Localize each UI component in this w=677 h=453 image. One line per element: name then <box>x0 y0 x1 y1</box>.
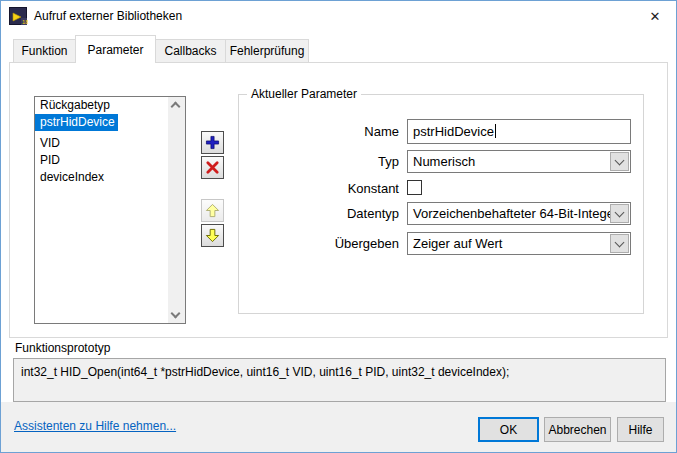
list-item-vid[interactable]: VID <box>35 135 167 152</box>
scroll-up-icon[interactable] <box>171 102 181 112</box>
uebergeben-dropdown[interactable]: Zeiger auf Wert <box>407 232 631 255</box>
name-label: Name <box>239 124 399 139</box>
scroll-down-icon[interactable] <box>171 309 181 319</box>
call-library-dialog: 18 Aufruf externer Bibliotheken ✕ Funkti… <box>0 0 677 453</box>
chevron-down-icon[interactable] <box>610 204 629 223</box>
assistant-help-link[interactable]: Assistenten zu Hilfe nehmen... <box>14 419 176 433</box>
list-scrollbar[interactable] <box>168 97 185 323</box>
funktionsprototyp-label: Funktionsprototyp <box>15 341 110 355</box>
svg-text:18: 18 <box>22 19 28 25</box>
list-item-pid[interactable]: PID <box>35 152 167 169</box>
tab-callbacks[interactable]: Callbacks <box>155 39 226 63</box>
yellow-up-arrow-icon <box>205 203 220 218</box>
help-button[interactable]: Hilfe <box>617 417 664 442</box>
tab-funktion[interactable]: Funktion <box>13 39 76 63</box>
list-item-rueckgabetyp[interactable]: Rückgabetyp <box>35 97 167 114</box>
name-input[interactable]: pstrHidDevice <box>407 119 631 144</box>
move-down-button[interactable] <box>201 224 224 247</box>
konstant-label: Konstant <box>239 181 399 196</box>
text-caret <box>495 124 496 138</box>
typ-dropdown[interactable]: Numerisch <box>407 150 631 173</box>
yellow-down-arrow-icon <box>205 228 220 243</box>
funktionsprototyp-box: int32_t HID_Open(int64_t *pstrHidDevice,… <box>13 358 666 402</box>
labview-app-icon: 18 <box>9 7 27 25</box>
tab-parameter[interactable]: Parameter <box>75 35 156 63</box>
plus-icon <box>205 135 220 150</box>
uebergeben-label: Übergeben <box>239 236 399 251</box>
chevron-down-icon[interactable] <box>610 234 629 253</box>
ok-button[interactable]: OK <box>478 417 539 442</box>
chevron-down-icon[interactable] <box>610 152 629 171</box>
datentyp-label: Datentyp <box>239 206 399 221</box>
tab-fehlerpruefung[interactable]: Fehlerprüfung <box>225 39 309 63</box>
remove-parameter-button[interactable] <box>201 156 224 179</box>
konstant-checkbox[interactable] <box>407 180 422 195</box>
move-up-button <box>201 199 224 222</box>
footer: Assistenten zu Hilfe nehmen... OK Abbrec… <box>1 402 676 452</box>
groupbox-title: Aktueller Parameter <box>247 87 361 101</box>
list-item-pstrhiddevice-selected[interactable]: pstrHidDevice <box>35 114 118 131</box>
parameter-listbox[interactable]: Rückgabetyp pstrHidDevice VID PID device… <box>34 96 186 324</box>
titlebar: 18 Aufruf externer Bibliotheken ✕ <box>1 1 676 31</box>
add-parameter-button[interactable] <box>201 131 224 154</box>
datentyp-dropdown[interactable]: Vorzeichenbehafteter 64-Bit-Integer <box>407 202 631 225</box>
window-title: Aufruf externer Bibliotheken <box>34 9 182 23</box>
list-item-deviceindex[interactable]: deviceIndex <box>35 169 167 186</box>
typ-label: Typ <box>239 154 399 169</box>
aktueller-parameter-group: Aktueller Parameter Name pstrHidDevice T… <box>238 94 644 314</box>
red-x-icon <box>205 160 220 175</box>
close-icon[interactable]: ✕ <box>634 1 676 31</box>
parameter-tab-page: Rückgabetyp pstrHidDevice VID PID device… <box>9 62 668 338</box>
cancel-button[interactable]: Abbrechen <box>544 417 611 442</box>
